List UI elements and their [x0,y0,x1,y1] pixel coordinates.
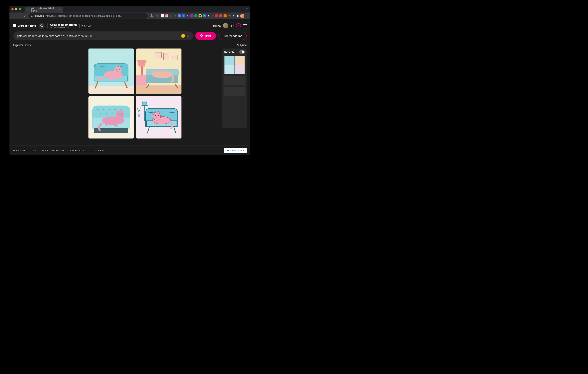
page-title: Criador de imagens [50,23,77,26]
star-icon[interactable]: ☆ [155,14,159,18]
ext-icon[interactable]: ✓ [194,14,197,17]
reward-points: 17 [231,24,234,27]
reload-button[interactable]: ⟳ [23,14,27,18]
result-image-3[interactable] [88,96,134,139]
toggle-knob [242,51,244,53]
back-button[interactable]: ← [11,14,15,18]
browser-menu-icon[interactable]: ⋮ [245,14,249,17]
svg-rect-14 [155,52,162,58]
url-domain: bing.com [34,14,44,17]
svg-point-25 [115,109,116,110]
ext-icon[interactable] [165,14,168,17]
search-icon [40,24,43,27]
ext-icon[interactable]: ● [223,14,227,17]
ext-icon[interactable]: ● [219,14,222,17]
window-minimize-button[interactable] [15,8,17,10]
new-tab-button[interactable]: + [65,7,67,11]
tab-close-button[interactable]: ✕ [59,8,61,11]
ext-icon[interactable]: ⬇ [228,14,231,17]
menu-button[interactable] [243,24,247,27]
footer-link-privacy[interactable]: Privacidade e Cookies [13,149,38,152]
feedback-button[interactable]: Comentários [224,148,247,153]
main-content: Recente [10,49,251,146]
ext-icon[interactable]: ✈ [186,14,189,17]
ext-icon[interactable]: ↓ [182,14,185,17]
svg-point-45 [155,115,156,116]
profile-avatar[interactable] [240,14,244,18]
window-close-button[interactable] [11,8,14,10]
toolbar-row: Explorar ideias Ajuda [10,43,251,49]
result-image-2[interactable] [136,49,181,94]
window-maximize-button[interactable] [19,8,21,10]
window-controls [11,8,21,10]
surprise-button[interactable]: Surpreenda-me [218,32,247,40]
ext-icon[interactable]: ◆ [169,14,172,17]
help-icon [236,43,239,47]
recent-panel: Recente [222,49,247,128]
tab-title: gato cor de rosa deitado num s [31,7,56,12]
result-image-4[interactable] [136,96,181,139]
username[interactable]: Bruna [213,24,221,27]
explore-ideas-link[interactable]: Explorar ideias [13,43,31,47]
help-link[interactable]: Ajuda [236,43,247,47]
extension-icons: R ◆ )) ⬚ ↓ ✈ ✓ R H ❖ ▭ ● ● ⬇ ✦ ◧ ⋮ [161,14,249,18]
boost-chip[interactable]: ⚡ 49 [181,34,189,38]
svg-point-26 [120,109,121,110]
search-button[interactable] [39,23,45,29]
svg-point-34 [116,111,124,119]
recent-empty-slot [224,76,245,85]
footer-link-feedback[interactable]: Comentários [91,149,105,152]
extensions-icon[interactable]: ✦ [232,14,235,17]
bing-logo[interactable]: Microsoft Bing [13,24,36,27]
ext-icon[interactable] [215,14,218,17]
svg-rect-15 [163,53,169,60]
footer-link-content[interactable]: Política de Conteúdo [42,149,65,152]
svg-rect-13 [136,85,181,94]
forward-button[interactable]: → [17,14,21,18]
create-button[interactable]: Criar [195,32,216,40]
svg-rect-16 [171,55,178,60]
lightning-icon: ⚡ [181,34,185,38]
svg-point-29 [112,113,113,114]
recent-header: Recente [224,50,245,54]
svg-point-38 [114,124,118,127]
url-path: /images/create/gato-cor-de-rosa-deitado-… [46,14,122,17]
svg-point-28 [106,113,107,114]
ext-icon[interactable]: R [199,14,201,17]
page-footer: Privacidade e Cookies Política de Conteú… [10,146,251,155]
tab-dropdown-icon[interactable] [246,7,249,11]
page-content: Microsoft Bing Criador de imagens da pla… [10,19,251,155]
ext-icon[interactable] [190,14,193,17]
prompt-input[interactable]: gato cor de rosa deitado num sofá azul e… [13,32,193,40]
ext-icon[interactable]: H [203,14,206,17]
browser-tab[interactable]: gato cor de rosa deitado num s ✕ [25,7,63,12]
svg-point-10 [116,69,117,70]
user-avatar[interactable] [223,23,228,28]
tab-bar: gato cor de rosa deitado num s ✕ + [10,6,251,12]
footer-link-terms[interactable]: Termos de Uso [70,149,86,152]
address-bar: ← → ⟳ bing.com /images/create/gato-cor-d… [10,12,251,19]
feedback-label: Comentários [230,149,244,152]
recent-title: Recente [224,51,234,53]
preview-badge: PREVIEW [79,24,93,28]
ext-icon[interactable]: ❖ [207,14,210,17]
rewards-icon[interactable] [236,23,241,28]
share-icon[interactable] [150,14,153,18]
svg-line-1 [28,10,29,10]
surprise-label: Surpreenda-me [223,34,242,38]
lock-icon [31,15,33,17]
result-image-1[interactable] [88,49,134,94]
sidepanel-icon[interactable]: ◧ [236,14,239,17]
header-right: Bruna 17 [213,23,247,28]
prompt-text: gato cor de rosa deitado num sofá azul e… [17,34,92,38]
recent-toggle[interactable] [239,50,245,54]
svg-point-20 [152,71,158,77]
ext-icon[interactable]: ▭ [211,14,214,17]
svg-line-3 [42,26,43,27]
ext-icon[interactable]: ⬚ [178,14,181,17]
ext-icon[interactable]: )) [174,14,177,17]
recent-thumbnail[interactable] [224,56,245,74]
ext-icon[interactable]: R [161,14,164,17]
url-input[interactable]: bing.com /images/create/gato-cor-de-rosa… [28,13,148,19]
svg-rect-18 [136,75,147,85]
